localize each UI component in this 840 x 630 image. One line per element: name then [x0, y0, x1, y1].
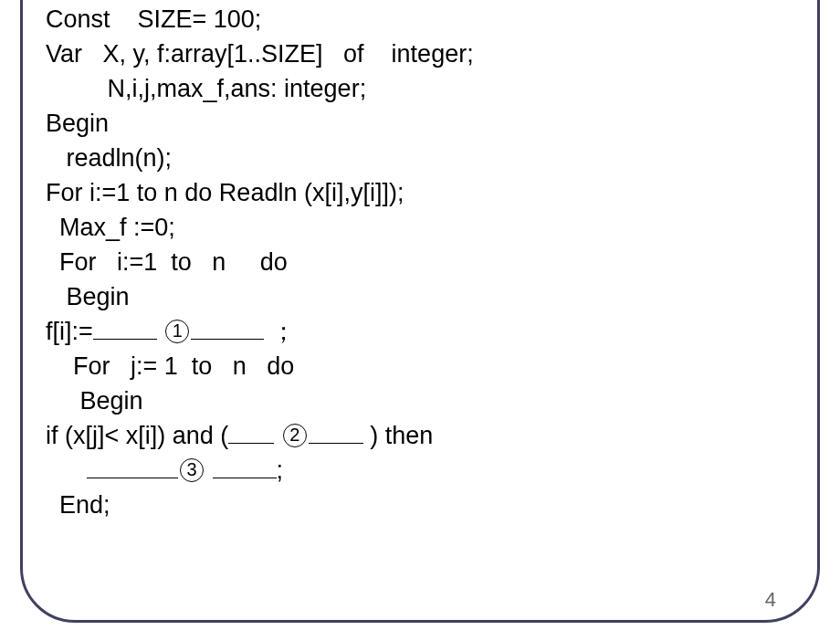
code-text	[46, 457, 87, 484]
code-text: ) then	[363, 422, 434, 449]
code-line: Var X, y, f:array[1..SIZE] of integer;	[46, 37, 794, 71]
code-line: End;	[46, 488, 794, 522]
code-line: Begin	[46, 383, 794, 418]
code-text: Readln (x[i],y[i]]);	[212, 179, 404, 206]
fill-blank	[228, 424, 274, 444]
code-line: N,i,j,max_f,ans: integer;	[46, 71, 794, 106]
circled-number-1: 1	[165, 320, 189, 343]
page-number: 4	[765, 588, 776, 612]
code-text: f[i]:=	[46, 318, 93, 345]
circled-number-3: 3	[180, 458, 204, 482]
code-line: 3 ;	[46, 453, 794, 488]
code-line: For j:= 1 to n do	[46, 349, 794, 383]
code-text: For i:=1 to n do	[46, 179, 212, 206]
code-line: readln(n);	[46, 141, 794, 175]
code-line: For i:=1 to n do Readln (x[i],y[i]]);	[46, 175, 794, 210]
code-content: Const SIZE= 100; Var X, y, f:array[1..SI…	[46, 2, 794, 522]
code-text: if (x[j]< x[i]) and (	[46, 422, 228, 449]
fill-blank	[93, 320, 157, 340]
code-line: if (x[j]< x[i]) and ( 2 ) then	[46, 418, 794, 453]
code-line: For i:=1 to n do	[46, 245, 794, 279]
code-line: f[i]:= 1 ；	[46, 314, 794, 349]
fill-blank	[309, 424, 363, 444]
code-text: ;	[277, 457, 284, 484]
fill-blank	[213, 458, 277, 478]
code-line: Max_f :=0;	[46, 210, 794, 245]
fill-blank	[87, 458, 178, 478]
code-text: ；	[264, 318, 296, 345]
code-line: Begin	[46, 106, 794, 141]
code-line: Const SIZE= 100;	[46, 2, 794, 37]
circled-number-2: 2	[283, 424, 307, 447]
fill-blank	[191, 320, 264, 340]
code-line: Begin	[46, 279, 794, 314]
